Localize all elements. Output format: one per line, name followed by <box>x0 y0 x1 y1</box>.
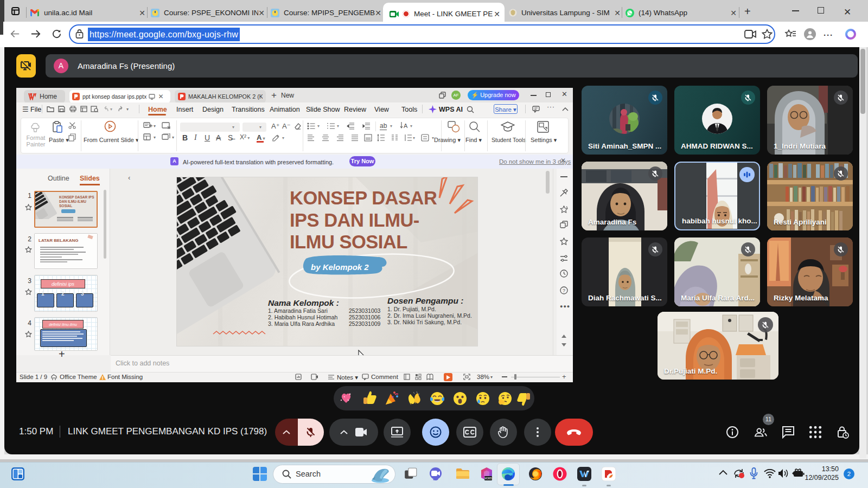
svg-text:1. Amaradina Fatia Sari: 1. Amaradina Fatia Sari <box>268 307 328 314</box>
svg-text:1. Dr. Pujiati, M.Pd.: 1. Dr. Pujiati, M.Pd. <box>387 306 436 312</box>
svg-text:KONSEP DASAR: KONSEP DASAR <box>290 188 437 208</box>
svg-text:?: ? <box>563 288 565 293</box>
svg-text:ILMU SOSIAL: ILMU SOSIAL <box>290 232 407 252</box>
svg-text:IPS DAN ILMU-: IPS DAN ILMU- <box>290 210 419 230</box>
svg-text:by Kelompok 2: by Kelompok 2 <box>311 262 369 272</box>
svg-text:Nama Kelompok :: Nama Kelompok : <box>268 298 339 307</box>
svg-text:2523031003: 2523031003 <box>349 307 381 314</box>
svg-text:M365: M365 <box>484 477 492 480</box>
svg-text:2. Habibah Husnul Hotimah: 2. Habibah Husnul Hotimah <box>268 314 338 320</box>
svg-text:A: A <box>404 123 408 129</box>
svg-text:Dosen Pengampu :: Dosen Pengampu : <box>387 296 463 305</box>
svg-text:3. Maria Ulfa Rara Ardhika: 3. Maria Ulfa Rara Ardhika <box>268 320 335 327</box>
svg-text:2523031009: 2523031009 <box>349 320 381 327</box>
svg-text:2. Dr. Irma Lusi Nugraheni, M: 2. Dr. Irma Lusi Nugraheni, M.Pd. <box>387 312 472 319</box>
svg-text:2523031006: 2523031006 <box>349 314 381 320</box>
svg-text:3. Dr. Nikki Tri Sakung, M.Pd: 3. Dr. Nikki Tri Sakung, M.Pd. <box>387 319 462 325</box>
